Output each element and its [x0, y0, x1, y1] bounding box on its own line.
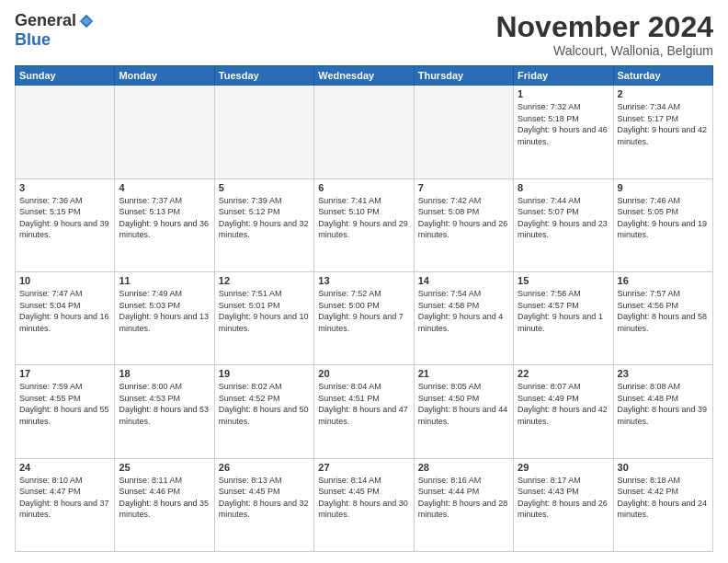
table-row: 10Sunrise: 7:47 AM Sunset: 5:04 PM Dayli…	[16, 271, 115, 364]
day-info: Sunrise: 7:39 AM Sunset: 5:12 PM Dayligh…	[219, 195, 310, 241]
weekday-header-row: Sunday Monday Tuesday Wednesday Thursday…	[16, 66, 713, 86]
table-row: 9Sunrise: 7:46 AM Sunset: 5:05 PM Daylig…	[613, 178, 712, 271]
table-row: 30Sunrise: 8:18 AM Sunset: 4:42 PM Dayli…	[613, 458, 712, 551]
day-info: Sunrise: 8:04 AM Sunset: 4:51 PM Dayligh…	[318, 381, 409, 427]
day-number: 6	[318, 182, 409, 193]
header-friday: Friday	[514, 66, 613, 86]
table-row: 7Sunrise: 7:42 AM Sunset: 5:08 PM Daylig…	[414, 178, 513, 271]
day-number: 2	[618, 88, 709, 99]
day-number: 12	[219, 275, 310, 286]
day-info: Sunrise: 7:51 AM Sunset: 5:01 PM Dayligh…	[219, 288, 310, 334]
day-number: 1	[518, 88, 609, 99]
day-number: 8	[518, 182, 609, 193]
header-thursday: Thursday	[414, 66, 513, 86]
table-row: 8Sunrise: 7:44 AM Sunset: 5:07 PM Daylig…	[514, 178, 613, 271]
table-row: 1Sunrise: 7:32 AM Sunset: 5:18 PM Daylig…	[514, 86, 613, 178]
day-number: 18	[119, 368, 210, 379]
day-number: 30	[618, 462, 709, 473]
table-row: 3Sunrise: 7:36 AM Sunset: 5:15 PM Daylig…	[16, 178, 115, 271]
day-number: 13	[318, 275, 409, 286]
table-row	[115, 86, 214, 178]
day-number: 22	[518, 368, 609, 379]
day-number: 4	[119, 182, 210, 193]
logo-icon	[78, 13, 95, 29]
day-info: Sunrise: 7:59 AM Sunset: 4:55 PM Dayligh…	[19, 381, 110, 427]
day-number: 25	[119, 462, 210, 473]
day-info: Sunrise: 7:56 AM Sunset: 4:57 PM Dayligh…	[518, 288, 609, 334]
table-row: 4Sunrise: 7:37 AM Sunset: 5:13 PM Daylig…	[115, 178, 214, 271]
day-number: 10	[19, 275, 110, 286]
calendar-week-4: 24Sunrise: 8:10 AM Sunset: 4:47 PM Dayli…	[16, 458, 713, 551]
table-row	[214, 86, 313, 178]
table-row: 21Sunrise: 8:05 AM Sunset: 4:50 PM Dayli…	[414, 365, 513, 458]
logo-blue: Blue	[15, 30, 51, 50]
day-number: 9	[618, 182, 709, 193]
day-info: Sunrise: 8:07 AM Sunset: 4:49 PM Dayligh…	[518, 381, 609, 427]
table-row: 11Sunrise: 7:49 AM Sunset: 5:03 PM Dayli…	[115, 271, 214, 364]
day-number: 5	[219, 182, 310, 193]
day-number: 19	[219, 368, 310, 379]
table-row: 20Sunrise: 8:04 AM Sunset: 4:51 PM Dayli…	[314, 365, 414, 458]
calendar-week-0: 1Sunrise: 7:32 AM Sunset: 5:18 PM Daylig…	[16, 86, 713, 178]
header-sunday: Sunday	[16, 66, 115, 86]
day-number: 16	[618, 275, 709, 286]
table-row: 16Sunrise: 7:57 AM Sunset: 4:56 PM Dayli…	[613, 271, 712, 364]
day-info: Sunrise: 7:52 AM Sunset: 5:00 PM Dayligh…	[318, 288, 409, 334]
day-number: 24	[19, 462, 110, 473]
day-info: Sunrise: 7:54 AM Sunset: 4:58 PM Dayligh…	[418, 288, 509, 334]
logo-general: General	[15, 11, 76, 30]
day-info: Sunrise: 7:34 AM Sunset: 5:17 PM Dayligh…	[618, 101, 709, 147]
table-row: 12Sunrise: 7:51 AM Sunset: 5:01 PM Dayli…	[214, 271, 313, 364]
day-number: 27	[318, 462, 409, 473]
day-info: Sunrise: 7:41 AM Sunset: 5:10 PM Dayligh…	[318, 195, 409, 241]
day-info: Sunrise: 8:00 AM Sunset: 4:53 PM Dayligh…	[119, 381, 210, 427]
day-info: Sunrise: 8:16 AM Sunset: 4:44 PM Dayligh…	[418, 475, 509, 521]
day-info: Sunrise: 7:32 AM Sunset: 5:18 PM Dayligh…	[518, 101, 609, 147]
calendar-week-1: 3Sunrise: 7:36 AM Sunset: 5:15 PM Daylig…	[16, 178, 713, 271]
day-info: Sunrise: 7:44 AM Sunset: 5:07 PM Dayligh…	[518, 195, 609, 241]
day-info: Sunrise: 7:36 AM Sunset: 5:15 PM Dayligh…	[19, 195, 110, 241]
day-info: Sunrise: 7:42 AM Sunset: 5:08 PM Dayligh…	[418, 195, 509, 241]
day-number: 15	[518, 275, 609, 286]
table-row: 24Sunrise: 8:10 AM Sunset: 4:47 PM Dayli…	[16, 458, 115, 551]
table-row	[314, 86, 414, 178]
day-info: Sunrise: 8:18 AM Sunset: 4:42 PM Dayligh…	[618, 475, 709, 521]
day-info: Sunrise: 8:08 AM Sunset: 4:48 PM Dayligh…	[618, 381, 709, 427]
day-number: 20	[318, 368, 409, 379]
table-row: 26Sunrise: 8:13 AM Sunset: 4:45 PM Dayli…	[214, 458, 313, 551]
table-row	[16, 86, 115, 178]
table-row: 6Sunrise: 7:41 AM Sunset: 5:10 PM Daylig…	[314, 178, 414, 271]
table-row: 19Sunrise: 8:02 AM Sunset: 4:52 PM Dayli…	[214, 365, 313, 458]
table-row: 25Sunrise: 8:11 AM Sunset: 4:46 PM Dayli…	[115, 458, 214, 551]
table-row: 14Sunrise: 7:54 AM Sunset: 4:58 PM Dayli…	[414, 271, 513, 364]
table-row: 17Sunrise: 7:59 AM Sunset: 4:55 PM Dayli…	[16, 365, 115, 458]
day-number: 29	[518, 462, 609, 473]
calendar: Sunday Monday Tuesday Wednesday Thursday…	[15, 65, 713, 552]
table-row: 23Sunrise: 8:08 AM Sunset: 4:48 PM Dayli…	[613, 365, 712, 458]
day-info: Sunrise: 7:49 AM Sunset: 5:03 PM Dayligh…	[119, 288, 210, 334]
logo: General Blue	[15, 11, 95, 50]
table-row: 2Sunrise: 7:34 AM Sunset: 5:17 PM Daylig…	[613, 86, 712, 178]
day-number: 3	[19, 182, 110, 193]
day-info: Sunrise: 8:14 AM Sunset: 4:45 PM Dayligh…	[318, 475, 409, 521]
day-info: Sunrise: 7:47 AM Sunset: 5:04 PM Dayligh…	[19, 288, 110, 334]
day-info: Sunrise: 7:37 AM Sunset: 5:13 PM Dayligh…	[119, 195, 210, 241]
day-number: 23	[618, 368, 709, 379]
header-tuesday: Tuesday	[214, 66, 313, 86]
header-saturday: Saturday	[613, 66, 712, 86]
day-info: Sunrise: 8:13 AM Sunset: 4:45 PM Dayligh…	[219, 475, 310, 521]
day-number: 7	[418, 182, 509, 193]
header-wednesday: Wednesday	[314, 66, 414, 86]
day-info: Sunrise: 8:05 AM Sunset: 4:50 PM Dayligh…	[418, 381, 509, 427]
day-number: 11	[119, 275, 210, 286]
table-row: 15Sunrise: 7:56 AM Sunset: 4:57 PM Dayli…	[514, 271, 613, 364]
day-info: Sunrise: 8:10 AM Sunset: 4:47 PM Dayligh…	[19, 475, 110, 521]
table-row: 18Sunrise: 8:00 AM Sunset: 4:53 PM Dayli…	[115, 365, 214, 458]
table-row: 13Sunrise: 7:52 AM Sunset: 5:00 PM Dayli…	[314, 271, 414, 364]
table-row: 22Sunrise: 8:07 AM Sunset: 4:49 PM Dayli…	[514, 365, 613, 458]
day-number: 28	[418, 462, 509, 473]
table-row: 5Sunrise: 7:39 AM Sunset: 5:12 PM Daylig…	[214, 178, 313, 271]
month-title: November 2024	[495, 11, 713, 43]
table-row: 29Sunrise: 8:17 AM Sunset: 4:43 PM Dayli…	[514, 458, 613, 551]
day-info: Sunrise: 8:11 AM Sunset: 4:46 PM Dayligh…	[119, 475, 210, 521]
